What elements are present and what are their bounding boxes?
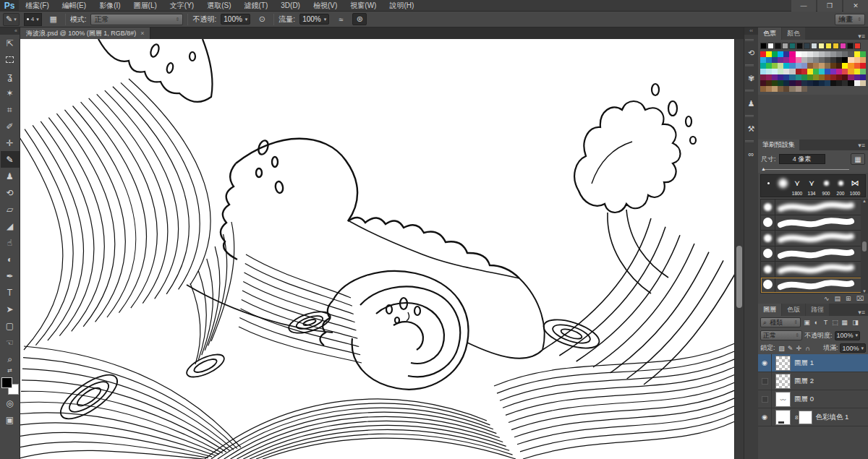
color-swatch[interactable] bbox=[842, 74, 848, 80]
blend-mode-select[interactable]: 正常 ⇕ bbox=[90, 14, 183, 25]
color-swatch[interactable] bbox=[847, 43, 854, 49]
menu-item[interactable]: 濾鏡(T) bbox=[238, 0, 275, 12]
brush-tip[interactable]: 900 bbox=[819, 175, 833, 197]
scrollbar-thumb[interactable] bbox=[736, 246, 742, 308]
color-swatch[interactable] bbox=[840, 43, 846, 49]
color-swatch[interactable] bbox=[760, 69, 766, 74]
brush-tip[interactable] bbox=[775, 175, 790, 197]
workspace-select[interactable]: 繪畫 ⇕ bbox=[835, 14, 865, 25]
visibility-toggle[interactable]: ◉ bbox=[758, 354, 772, 372]
zoom-tool[interactable]: ⌕ bbox=[1, 351, 20, 367]
lock-transparency-icon[interactable]: ▨ bbox=[778, 345, 786, 352]
color-swatch[interactable] bbox=[819, 80, 825, 86]
layer-thumbnail[interactable]: 〰 bbox=[775, 392, 791, 407]
foreground-background-swatches[interactable] bbox=[1, 377, 19, 395]
color-swatch[interactable] bbox=[772, 57, 778, 63]
brush-preset-row[interactable] bbox=[761, 262, 865, 278]
toggle-brush-panel-button[interactable]: ▦ bbox=[851, 153, 865, 165]
layer-opacity-field[interactable]: 100% ▾ bbox=[835, 331, 861, 340]
color-swatch[interactable] bbox=[766, 86, 772, 92]
color-swatch[interactable] bbox=[767, 43, 774, 49]
close-button[interactable]: ✕ bbox=[843, 0, 868, 12]
color-swatch[interactable] bbox=[807, 69, 813, 74]
layer-thumbnail[interactable] bbox=[775, 374, 791, 389]
color-swatch[interactable] bbox=[813, 51, 819, 57]
color-swatch[interactable] bbox=[833, 43, 839, 49]
tab-顏色[interactable]: 顏色 bbox=[782, 27, 805, 40]
eraser-tool[interactable]: ▱ bbox=[1, 201, 20, 218]
color-swatch[interactable] bbox=[836, 57, 842, 63]
smudge-tool[interactable]: ☝ bbox=[1, 234, 20, 251]
collapse-toolbar-handle[interactable]: « bbox=[0, 27, 20, 35]
color-swatch[interactable] bbox=[772, 74, 778, 80]
lasso-tool[interactable]: ʓ bbox=[1, 68, 20, 85]
layer-row[interactable]: ◉圖層 1 bbox=[758, 354, 868, 372]
color-swatch[interactable] bbox=[854, 43, 861, 49]
color-swatch[interactable] bbox=[760, 74, 766, 80]
color-swatch[interactable] bbox=[783, 57, 789, 63]
visibility-toggle[interactable] bbox=[758, 390, 772, 408]
color-swatch[interactable] bbox=[778, 69, 783, 74]
foreground-color-swatch[interactable] bbox=[1, 377, 12, 388]
brush-list-scrollbar[interactable]: ▲ ▼ bbox=[861, 199, 868, 293]
vertical-scrollbar[interactable] bbox=[734, 39, 744, 459]
filter-kind-select[interactable]: ⌕ 種類 ⇕ bbox=[760, 317, 801, 327]
color-swatch[interactable] bbox=[782, 43, 788, 49]
scroll-down-icon[interactable]: ▼ bbox=[862, 289, 867, 293]
color-swatch[interactable] bbox=[819, 74, 825, 80]
document-canvas[interactable] bbox=[20, 39, 734, 459]
slider-thumb[interactable]: ▲ bbox=[761, 166, 766, 171]
color-swatch[interactable] bbox=[796, 86, 801, 92]
brush-tip[interactable] bbox=[761, 175, 775, 197]
menu-item[interactable]: 視窗(W) bbox=[344, 0, 383, 12]
layer-mask-thumbnail[interactable] bbox=[799, 411, 812, 424]
color-swatch[interactable] bbox=[772, 80, 778, 86]
color-swatch[interactable] bbox=[789, 69, 795, 74]
lock-pixels-icon[interactable]: ✎ bbox=[786, 345, 795, 352]
color-swatch[interactable] bbox=[778, 74, 783, 80]
color-swatch[interactable] bbox=[766, 51, 772, 57]
color-swatch[interactable] bbox=[825, 80, 830, 86]
color-swatch[interactable] bbox=[825, 69, 830, 74]
active-tool-button[interactable]: ✎ ▾ bbox=[3, 13, 20, 26]
brush-tip[interactable]: ⋎134 bbox=[804, 175, 819, 197]
minimize-button[interactable]: — bbox=[791, 0, 816, 12]
color-swatch[interactable] bbox=[772, 86, 778, 92]
color-swatch[interactable] bbox=[796, 43, 803, 49]
brush-tip[interactable]: ⋈1000 bbox=[848, 175, 862, 197]
color-swatch[interactable] bbox=[766, 57, 772, 63]
filter-type-icon[interactable]: T bbox=[821, 319, 830, 326]
color-swatch[interactable] bbox=[772, 69, 778, 74]
color-swatch[interactable] bbox=[836, 51, 842, 57]
color-swatch[interactable] bbox=[789, 43, 796, 49]
color-swatch[interactable] bbox=[813, 74, 819, 80]
quick-mask-button[interactable]: ◎ bbox=[1, 395, 20, 411]
color-swatch[interactable] bbox=[760, 86, 766, 92]
color-swatch[interactable] bbox=[830, 74, 836, 80]
shape-tool[interactable]: ▢ bbox=[1, 317, 20, 334]
brush-preset-picker[interactable]: 4 ▾ bbox=[24, 13, 42, 26]
color-swatch[interactable] bbox=[830, 69, 836, 74]
color-swatch[interactable] bbox=[807, 63, 813, 69]
color-swatch[interactable] bbox=[836, 69, 842, 74]
type-tool[interactable]: T bbox=[1, 284, 20, 301]
brush-tip[interactable]: ⋎1800 bbox=[790, 175, 804, 197]
color-swatch[interactable] bbox=[818, 43, 825, 49]
color-swatch[interactable] bbox=[854, 74, 860, 80]
color-swatch[interactable] bbox=[783, 74, 789, 80]
color-swatch[interactable] bbox=[789, 57, 795, 63]
color-swatch[interactable] bbox=[801, 51, 807, 57]
panel-menu-icon[interactable]: ▾≡ bbox=[858, 142, 868, 149]
menu-item[interactable]: 3D(D) bbox=[274, 0, 307, 12]
color-swatch[interactable] bbox=[775, 43, 781, 49]
color-swatch[interactable] bbox=[783, 51, 789, 57]
layer-thumbnail[interactable] bbox=[775, 356, 791, 371]
color-swatch[interactable] bbox=[854, 51, 860, 57]
color-swatch[interactable] bbox=[783, 63, 789, 69]
preset-folder-icon[interactable]: ▤ bbox=[835, 295, 841, 302]
color-swatch[interactable] bbox=[807, 80, 813, 86]
color-swatch[interactable] bbox=[842, 80, 848, 86]
history-brush-tool[interactable]: ⟲ bbox=[1, 184, 20, 201]
color-swatch[interactable] bbox=[825, 51, 830, 57]
brush-tip[interactable]: 200 bbox=[833, 175, 848, 197]
